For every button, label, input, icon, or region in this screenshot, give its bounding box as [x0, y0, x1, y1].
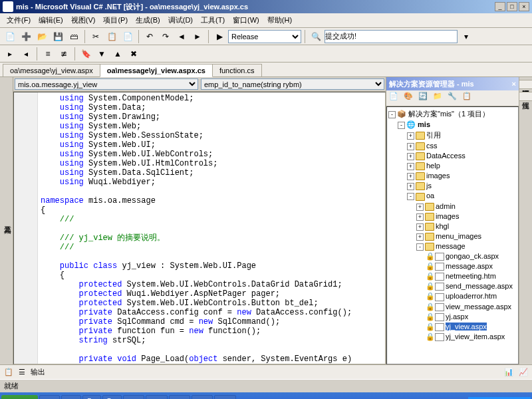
app-icon: [3, 1, 13, 12]
tab-function-cs[interactable]: function.cs: [212, 64, 262, 76]
dropdown-icon[interactable]: ▾: [459, 29, 473, 44]
copy-web-icon[interactable]: 📋: [462, 92, 475, 105]
file-node[interactable]: 🔒netmeeting.htm: [388, 271, 517, 281]
menu-debug[interactable]: 调试(D): [164, 14, 197, 27]
maximize-button[interactable]: □: [507, 2, 517, 11]
right-tabs: 解决方案资源管理器 属性: [519, 77, 532, 364]
properties-icon[interactable]: 🔧: [448, 92, 461, 105]
properties-tab[interactable]: 属性: [519, 92, 532, 101]
taskbar-item[interactable]: m...: [61, 395, 82, 399]
redo-icon[interactable]: ↷: [158, 29, 173, 44]
menu-build[interactable]: 生成(B): [132, 14, 164, 27]
status-text: 就绪: [4, 382, 19, 390]
close-button[interactable]: ×: [519, 2, 529, 11]
nav-fwd-icon[interactable]: ►: [190, 29, 205, 44]
document-tabs: oa\message\yj_view.aspx oa\message\yj_vi…: [0, 63, 532, 77]
comment-icon[interactable]: ≡: [41, 47, 55, 61]
solution-node[interactable]: -📦 解决方案"mis"（1 项目）: [388, 108, 517, 120]
indent-icon[interactable]: ▸: [3, 47, 17, 61]
file-node[interactable]: 🔒uploaderror.htm: [388, 291, 517, 301]
find-icon[interactable]: 🔍: [309, 29, 323, 44]
file-node[interactable]: 🔒gongao_ck.aspx: [388, 251, 517, 261]
menu-file[interactable]: 文件(F): [3, 14, 35, 27]
view-designer-icon[interactable]: 🎨: [404, 92, 417, 105]
file-node[interactable]: 🔒yj.aspx: [388, 312, 517, 322]
file-node[interactable]: 🔒yj_view.aspx: [388, 322, 517, 332]
code-area[interactable]: using System.ComponentModel; using Syste…: [13, 92, 386, 364]
taskbar-item[interactable]: 无...: [192, 395, 213, 399]
new-project-icon[interactable]: 📄: [3, 29, 17, 44]
folder-node[interactable]: +admin: [388, 201, 517, 211]
minimize-button[interactable]: _: [495, 2, 505, 11]
solution-title: 解决方案资源管理器 - mis: [389, 79, 474, 89]
file-node[interactable]: 🔒message.aspx: [388, 261, 517, 271]
bookmark-icon[interactable]: 🔖: [78, 47, 93, 61]
menu-edit[interactable]: 编辑(E): [35, 14, 67, 27]
output-btn2[interactable]: 📈: [519, 368, 528, 376]
folder-node[interactable]: +css: [388, 141, 517, 151]
taskbar-item[interactable]: 无...: [214, 395, 235, 399]
menu-tools[interactable]: 工具(T): [197, 14, 229, 27]
folder-node[interactable]: +khgl: [388, 221, 517, 231]
clear-bookmark-icon[interactable]: ✖: [126, 47, 141, 61]
folder-message[interactable]: -message: [388, 241, 517, 251]
prev-bookmark-icon[interactable]: ▲: [110, 47, 125, 61]
output-btn1[interactable]: 📊: [504, 368, 513, 376]
output-icon[interactable]: 📋: [4, 368, 13, 376]
add-item-icon[interactable]: ➕: [19, 29, 33, 44]
copy-icon[interactable]: 📋: [104, 29, 119, 44]
config-dropdown[interactable]: Release: [228, 30, 301, 43]
outdent-icon[interactable]: ◂: [19, 47, 33, 61]
toolbox-tab[interactable]: 工具箱: [0, 77, 13, 364]
output-label[interactable]: 输出: [31, 367, 45, 377]
window-title: mis - Microsoft Visual C# .NET [设计] - oa…: [16, 2, 495, 12]
tab-yj-view-cs[interactable]: oa\message\yj_view.aspx.cs: [100, 64, 213, 77]
file-node[interactable]: 🔒view_message.aspx: [388, 302, 517, 312]
status-field[interactable]: [325, 30, 458, 43]
folder-oa[interactable]: -oa: [388, 191, 517, 201]
menu-help[interactable]: 帮助(H): [263, 14, 296, 27]
taskbar-item[interactable]: 无...: [146, 395, 167, 399]
nav-back-icon[interactable]: ◄: [174, 29, 189, 44]
solution-tree[interactable]: -📦 解决方案"mis"（1 项目） -🌐 mis +引用+css+DataAc…: [386, 106, 519, 364]
title-bar: mis - Microsoft Visual C# .NET [设计] - oa…: [0, 0, 532, 13]
folder-node[interactable]: +js: [388, 181, 517, 191]
task-list-icon[interactable]: ☰: [19, 368, 25, 376]
show-all-icon[interactable]: 📁: [433, 92, 446, 105]
taskbar-item[interactable]: 无...: [123, 395, 144, 399]
panel-close-icon[interactable]: ×: [512, 80, 516, 88]
folder-node[interactable]: +引用: [388, 130, 517, 141]
next-bookmark-icon[interactable]: ▼: [94, 47, 109, 61]
taskbar-item[interactable]: B...: [102, 395, 122, 399]
folder-node[interactable]: +DataAccess: [388, 151, 517, 161]
folder-node[interactable]: +images: [388, 171, 517, 181]
uncomment-icon[interactable]: ≢: [57, 47, 71, 61]
menu-view[interactable]: 视图(V): [67, 14, 100, 27]
system-tray[interactable]: 🔊 ☂ CH 18:01: [468, 397, 531, 400]
file-node[interactable]: 🔒yj_view_item.aspx: [388, 332, 517, 342]
menu-project[interactable]: 项目(P): [99, 14, 132, 27]
cut-icon[interactable]: ✂: [88, 29, 103, 44]
class-dropdown[interactable]: mis.oa.message.yj_view: [15, 78, 198, 90]
taskbar-item[interactable]: m...: [39, 395, 60, 399]
save-all-icon[interactable]: 🗃: [66, 29, 81, 44]
paste-icon[interactable]: 📄: [120, 29, 135, 44]
save-icon[interactable]: 💾: [51, 29, 65, 44]
start-icon[interactable]: ▶: [212, 29, 227, 44]
folder-node[interactable]: +help: [388, 161, 517, 171]
menu-window[interactable]: 窗口(W): [229, 14, 263, 27]
taskbar-item[interactable]: 无...: [169, 395, 190, 399]
project-node[interactable]: -🌐 mis: [388, 120, 517, 130]
undo-icon[interactable]: ↶: [142, 29, 157, 44]
member-dropdown[interactable]: emp_id_to_name(string rybm): [201, 78, 384, 90]
solution-explorer-tab[interactable]: 解决方案资源管理器: [519, 80, 532, 89]
refresh-icon[interactable]: 🔄: [418, 92, 432, 105]
file-node[interactable]: 🔒send_message.aspx: [388, 281, 517, 291]
open-icon[interactable]: 📂: [35, 29, 49, 44]
view-code-icon[interactable]: 📄: [389, 92, 402, 105]
folder-node[interactable]: +menu_images: [388, 231, 517, 241]
tab-yj-view-aspx[interactable]: oa\message\yj_view.aspx: [3, 64, 100, 76]
folder-node[interactable]: +images: [388, 211, 517, 221]
taskbar-item[interactable]: P...: [82, 395, 101, 399]
start-button[interactable]: ⊞ 开始: [1, 395, 38, 400]
